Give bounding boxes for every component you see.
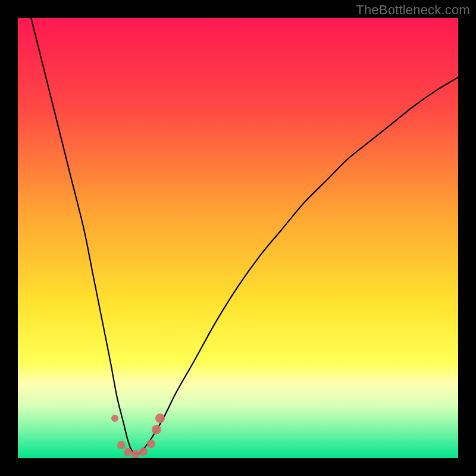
data-marker bbox=[124, 448, 132, 456]
bottleneck-curve bbox=[31, 18, 458, 454]
curve-layer bbox=[18, 18, 458, 458]
data-marker bbox=[155, 414, 165, 423]
data-marker bbox=[117, 441, 126, 449]
data-marker bbox=[147, 440, 155, 448]
watermark-text: TheBottleneck.com bbox=[356, 2, 470, 18]
data-marker bbox=[152, 425, 161, 434]
plot-area bbox=[18, 18, 458, 458]
chart-frame: TheBottleneck.com bbox=[0, 0, 476, 476]
data-marker bbox=[139, 447, 148, 456]
data-marker bbox=[111, 415, 118, 422]
